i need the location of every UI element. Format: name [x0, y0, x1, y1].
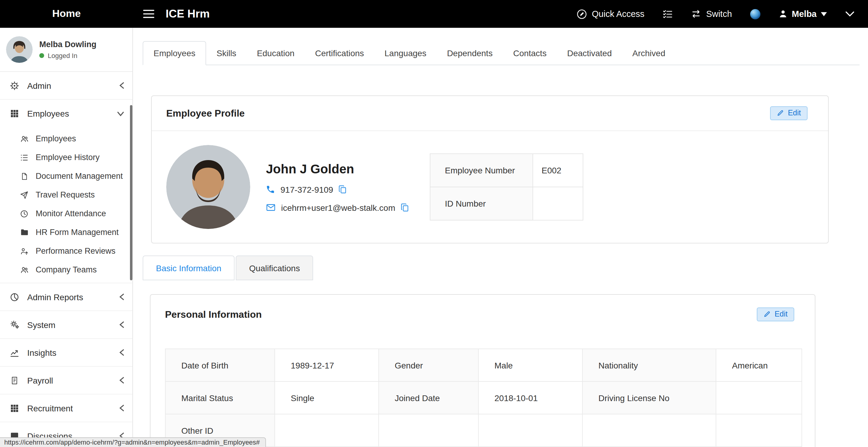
sidebar-subitem-travel-requests[interactable]: Travel Requests — [0, 186, 132, 204]
globe-icon[interactable] — [750, 9, 761, 19]
home-link[interactable]: Home — [0, 8, 133, 20]
hamburger-icon[interactable] — [140, 7, 157, 21]
sidebar-subitem-employees[interactable]: Employees — [0, 129, 132, 148]
quick-access-label: Quick Access — [592, 9, 644, 19]
compose-icon — [577, 9, 587, 19]
info-value — [478, 414, 582, 447]
sidebar-subitem-label: Company Teams — [36, 265, 97, 274]
info-label: Gender — [379, 349, 478, 381]
field-value: E002 — [533, 154, 583, 187]
edit-personal-information-button[interactable]: Edit — [757, 308, 794, 321]
navbar-chevron-down-icon[interactable] — [845, 11, 855, 17]
info-value — [275, 414, 379, 447]
sidebar-subitem-label: Travel Requests — [36, 190, 95, 199]
copy-icon[interactable] — [401, 203, 409, 212]
edit-button-label: Edit — [775, 310, 787, 318]
employee-profile-title: Employee Profile — [166, 108, 770, 119]
app-root: Home ICE Hrm Quick Access Switch — [0, 0, 868, 447]
navbar-actions: Quick Access Switch Melba — [577, 9, 868, 19]
chevron-left-icon — [119, 349, 125, 356]
info-label: Joined Date — [379, 381, 478, 414]
folder-icon — [19, 228, 30, 236]
sidebar-item-label: Admin — [27, 81, 51, 90]
user-menu[interactable]: Melba — [779, 9, 827, 19]
sidebar-user-status: Logged In — [48, 52, 78, 59]
sidebar-subitem-label: HR Form Management — [36, 228, 119, 237]
sidebar-item-label: Insights — [27, 348, 57, 357]
tab-certifications[interactable]: Certifications — [305, 42, 374, 65]
info-value: American — [716, 349, 802, 381]
tab-archived[interactable]: Archived — [622, 42, 676, 65]
sidebar-subitem-label: Monitor Attendance — [36, 209, 106, 218]
caret-down-icon — [821, 12, 827, 16]
sidebar-subitem-label: Employees — [36, 134, 76, 143]
personal-info-table: Date of Birth 1989-12-17 Gender Male Nat… — [165, 349, 802, 447]
online-status-dot — [39, 53, 44, 58]
sidebar-item-label: Payroll — [27, 376, 53, 385]
switch-icon — [691, 9, 701, 19]
document-icon — [19, 172, 30, 180]
tasks-icon[interactable] — [662, 9, 673, 19]
sidebar-item-payroll[interactable]: Payroll — [0, 366, 132, 394]
table-row: Employee Number E002 — [430, 154, 583, 187]
chevron-down-icon — [117, 111, 125, 116]
table-row: Date of Birth 1989-12-17 Gender Male Nat… — [165, 349, 802, 381]
mail-icon — [266, 203, 276, 212]
sidebar-item-label: Recruitment — [27, 403, 73, 413]
recruitment-grid-icon — [9, 403, 20, 413]
tab-dependents[interactable]: Dependents — [437, 42, 503, 65]
phone-icon — [266, 185, 275, 194]
sidebar-subitem-hr-form-management[interactable]: HR Form Management — [0, 223, 132, 242]
tab-education[interactable]: Education — [247, 42, 305, 65]
grid-icon — [9, 109, 20, 118]
sidebar-item-recruitment[interactable]: Recruitment — [0, 394, 132, 422]
sidebar-subitem-company-teams[interactable]: Company Teams — [0, 260, 132, 279]
user-menu-label: Melba — [792, 9, 817, 19]
top-navbar: Home ICE Hrm Quick Access Switch — [0, 0, 868, 28]
switch-button[interactable]: Switch — [691, 9, 732, 19]
helm-icon — [9, 81, 20, 90]
sidebar-item-admin[interactable]: Admin — [0, 72, 132, 100]
info-value: Single — [275, 381, 379, 414]
brand-title: ICE Hrm — [166, 7, 210, 21]
payroll-document-icon — [9, 376, 20, 385]
sidebar-item-employees-group[interactable]: Employees — [0, 100, 132, 127]
chevron-left-icon — [119, 404, 125, 412]
reports-pie-icon — [9, 292, 20, 302]
sidebar-subitem-monitor-attendance[interactable]: Monitor Attendance — [0, 204, 132, 223]
info-value: 1989-12-17 — [275, 349, 379, 381]
tab-skills[interactable]: Skills — [207, 42, 247, 65]
copy-icon[interactable] — [339, 185, 346, 194]
sidebar-subitem-performance-reviews[interactable]: Performance Reviews — [0, 242, 132, 260]
subtab-basic-information[interactable]: Basic Information — [143, 256, 235, 280]
sidebar-item-label: Admin Reports — [27, 292, 83, 302]
sidebar: Melba Dowling Logged In Admin Employees — [0, 28, 133, 447]
subtab-qualifications[interactable]: Qualifications — [236, 256, 313, 280]
info-value — [716, 414, 802, 447]
tab-contacts[interactable]: Contacts — [503, 42, 557, 65]
module-tab-bar: Employees Skills Education Certification… — [143, 42, 860, 65]
sidebar-user-avatar — [6, 36, 33, 63]
edit-pencil-icon — [764, 311, 771, 318]
tab-deactivated[interactable]: Deactivated — [557, 42, 622, 65]
sidebar-subitem-employee-history[interactable]: Employee History — [0, 148, 132, 167]
sidebar-scrollbar-thumb[interactable] — [130, 105, 132, 280]
sidebar-item-insights[interactable]: Insights — [0, 339, 132, 366]
info-value: 2018-10-01 — [478, 381, 582, 414]
chevron-left-icon — [119, 293, 125, 301]
info-label: Nationality — [582, 349, 716, 381]
tab-employees[interactable]: Employees — [143, 41, 207, 65]
chevron-left-icon — [119, 376, 125, 384]
edit-profile-button[interactable]: Edit — [770, 106, 808, 120]
sidebar-subitem-label: Employee History — [36, 153, 100, 162]
chevron-left-icon — [119, 82, 125, 89]
quick-access-button[interactable]: Quick Access — [577, 9, 644, 19]
tab-languages[interactable]: Languages — [374, 42, 437, 65]
sidebar-item-admin-reports[interactable]: Admin Reports — [0, 283, 132, 311]
clock-icon — [19, 209, 30, 218]
info-label: Date of Birth — [165, 349, 275, 381]
sidebar-subitem-document-management[interactable]: Document Management — [0, 167, 132, 186]
sidebar-item-system[interactable]: System — [0, 311, 132, 339]
detail-subtab-bar: Basic Information Qualifications — [143, 256, 313, 280]
field-label: Employee Number — [430, 154, 533, 187]
